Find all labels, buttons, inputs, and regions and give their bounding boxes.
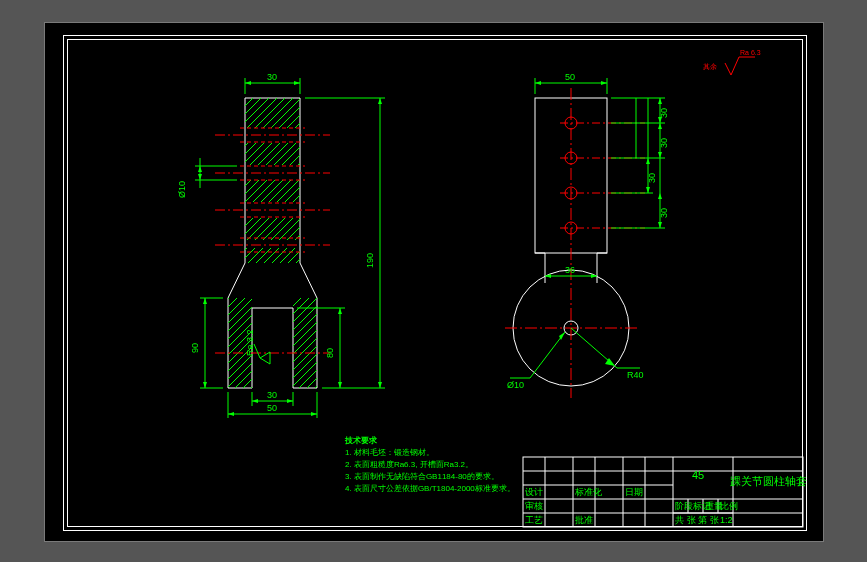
dim-bottom-w: 50 — [267, 403, 277, 413]
svg-rect-2 — [245, 180, 300, 202]
dim-top-width: 30 — [267, 72, 277, 82]
svg-text:1:2: 1:2 — [720, 515, 733, 525]
svg-marker-38 — [338, 382, 342, 388]
svg-text:其余: 其余 — [703, 63, 717, 71]
svg-marker-29 — [198, 174, 202, 180]
svg-text:日期: 日期 — [625, 487, 643, 497]
svg-marker-83 — [658, 98, 662, 104]
svg-marker-33 — [378, 98, 382, 104]
svg-text:比例: 比例 — [720, 501, 738, 511]
drawing-svg: 30 Ø10 190 80 — [45, 23, 825, 543]
svg-text:技术要求: 技术要求 — [344, 436, 378, 445]
svg-text:设计: 设计 — [525, 487, 543, 497]
dim-hs4: 30 — [659, 208, 669, 218]
title-block: 设计 标准化 日期 审核 工艺 批准 阶段标记 重量 比例 1:2 共 张 第 … — [523, 457, 807, 527]
dim-hs3: 30 — [647, 173, 657, 183]
right-view: 50 30 30 30 30 — [505, 72, 669, 398]
svg-marker-42 — [203, 298, 207, 304]
svg-rect-108 — [523, 457, 803, 527]
surface-finish-global: 其余 Ra 6.3 — [703, 49, 761, 75]
dim-neck: 36 — [565, 265, 575, 275]
svg-text:2. 表面粗糙度Ra6.3, 开槽面Ra3.2。: 2. 表面粗糙度Ra6.3, 开槽面Ra3.2。 — [345, 460, 473, 469]
svg-marker-90 — [658, 222, 662, 228]
dim-r-top-w: 50 — [565, 72, 575, 82]
svg-marker-74 — [601, 81, 607, 85]
svg-marker-85 — [658, 123, 662, 129]
dim-slot-h: 80 — [325, 348, 335, 358]
left-view: 30 Ø10 190 80 — [177, 72, 385, 418]
svg-marker-43 — [203, 382, 207, 388]
dim-hs2: 30 — [659, 138, 669, 148]
surface-local: Ra 3.2 — [245, 329, 255, 356]
dim-radius: R40 — [627, 370, 644, 380]
svg-marker-23 — [245, 81, 251, 85]
svg-marker-48 — [287, 399, 293, 403]
svg-text:批准: 批准 — [575, 515, 593, 525]
svg-rect-0 — [245, 98, 300, 128]
svg-text:4. 表面尺寸公差依据GB/T1804-2000标准要求。: 4. 表面尺寸公差依据GB/T1804-2000标准要求。 — [345, 484, 515, 493]
svg-text:共  张  第  张: 共 张 第 张 — [675, 515, 719, 525]
technical-notes: 技术要求 1. 材料毛坯：锻造钢材。 2. 表面粗糙度Ra6.3, 开槽面Ra3… — [344, 436, 515, 493]
svg-marker-52 — [228, 412, 234, 416]
svg-rect-4 — [245, 248, 300, 263]
dim-hs1: 30 — [659, 108, 669, 118]
svg-marker-89 — [658, 193, 662, 199]
cad-canvas: 30 Ø10 190 80 — [44, 22, 824, 542]
svg-text:3. 表面制作无缺陷符合GB1184-80的要求。: 3. 表面制作无缺陷符合GB1184-80的要求。 — [345, 472, 499, 481]
svg-text:工艺: 工艺 — [525, 515, 543, 525]
svg-text:1. 材料毛坯：锻造钢材。: 1. 材料毛坯：锻造钢材。 — [345, 448, 434, 457]
svg-marker-24 — [294, 81, 300, 85]
svg-marker-53 — [311, 412, 317, 416]
svg-marker-47 — [252, 399, 258, 403]
dim-overall-h: 190 — [365, 253, 375, 268]
svg-line-94 — [530, 332, 565, 378]
svg-marker-37 — [338, 308, 342, 314]
svg-marker-73 — [535, 81, 541, 85]
svg-marker-34 — [378, 382, 382, 388]
svg-rect-6 — [293, 298, 317, 388]
svg-rect-1 — [245, 143, 300, 165]
dim-hole-dia: Ø10 — [177, 181, 187, 198]
svg-marker-28 — [198, 166, 202, 172]
svg-text:Ra 6.3: Ra 6.3 — [740, 49, 761, 56]
dim-slot-w: 30 — [267, 390, 277, 400]
svg-marker-86 — [658, 152, 662, 158]
dim-prong-h: 90 — [190, 343, 200, 353]
material: 45 — [692, 469, 704, 481]
part-name: 踝关节圆柱轴套 — [730, 475, 807, 487]
svg-marker-87 — [646, 158, 650, 164]
dim-center-hole: Ø10 — [507, 380, 524, 390]
svg-rect-3 — [245, 218, 300, 240]
svg-text:标准化: 标准化 — [574, 487, 602, 497]
svg-text:审核: 审核 — [525, 501, 543, 511]
svg-marker-88 — [646, 187, 650, 193]
